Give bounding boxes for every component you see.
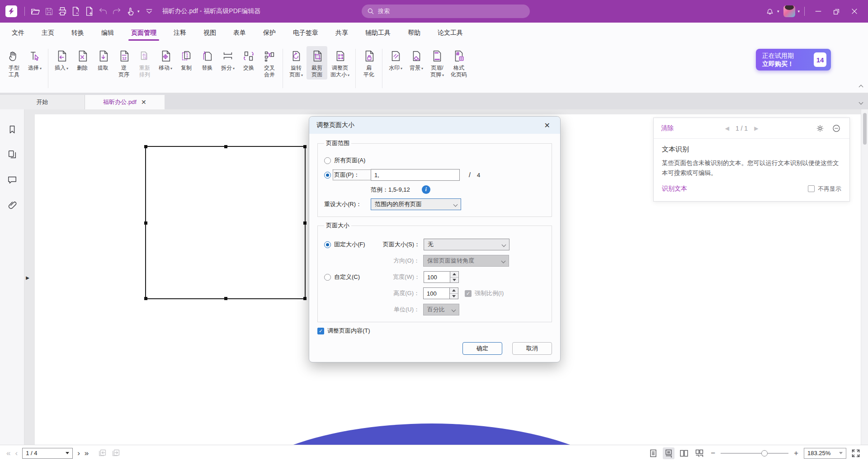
open-folder-icon[interactable]: [28, 5, 42, 18]
ribbon-button-background[interactable]: 背景▾: [406, 46, 427, 73]
menu-item-home[interactable]: 主页: [41, 26, 55, 40]
ribbon-button-reverse-order[interactable]: 12逆 页序: [113, 46, 134, 80]
menu-item-page-management[interactable]: 页面管理: [130, 26, 157, 40]
facing-view-icon[interactable]: [678, 447, 690, 459]
info-icon[interactable]: i: [422, 185, 430, 194]
avatar[interactable]: [783, 5, 795, 17]
print-icon[interactable]: [56, 5, 69, 18]
ribbon-button-watermark[interactable]: 水印▾: [385, 46, 406, 73]
all-pages-radio[interactable]: [324, 157, 331, 164]
custom-size-label[interactable]: 自定义(C): [334, 273, 377, 281]
menu-item-paper-tools[interactable]: 论文工具: [437, 26, 464, 40]
tab-start[interactable]: 开始: [0, 95, 85, 109]
ribbon-button-select[interactable]: 选择▾: [24, 46, 45, 73]
ribbon-button-replace[interactable]: 替换: [197, 46, 217, 73]
comments-icon[interactable]: [6, 174, 19, 186]
all-pages-label[interactable]: 所有页面(A): [334, 156, 365, 165]
continuous-view-icon[interactable]: [663, 447, 675, 459]
crop-handle[interactable]: [303, 145, 307, 148]
avatar-caret-icon[interactable]: ▾: [797, 9, 800, 14]
menu-item-esign[interactable]: 电子签章: [292, 26, 319, 40]
tab-document[interactable]: 福昕办公.pdf ✕: [85, 95, 165, 109]
zoom-level-combo[interactable]: 183.25%: [804, 448, 846, 459]
zoom-slider[interactable]: [721, 450, 788, 456]
prev-page-icon[interactable]: ‹: [15, 449, 18, 457]
last-page-icon[interactable]: »: [85, 449, 89, 457]
recognize-text-link[interactable]: 识别文本: [662, 185, 687, 193]
page-thumbnails-icon[interactable]: [6, 148, 19, 161]
ribbon-button-crop-pages[interactable]: 裁剪 页面: [307, 46, 327, 80]
menu-item-view[interactable]: 视图: [203, 26, 217, 40]
menu-item-convert[interactable]: 转换: [71, 26, 85, 40]
next-page-icon[interactable]: ›: [77, 449, 80, 457]
insert-page-icon[interactable]: [83, 5, 96, 18]
delete-page-icon[interactable]: [69, 5, 83, 18]
custom-size-radio[interactable]: [324, 274, 331, 281]
continuous-facing-view-icon[interactable]: [693, 447, 705, 459]
ribbon-button-header-footer[interactable]: 页眉/ 页脚▾: [427, 46, 448, 80]
trial-purchase-badge[interactable]: 正在试用期 立即购买！ 14: [756, 49, 831, 71]
zoom-in-icon[interactable]: +: [792, 449, 800, 458]
gear-icon[interactable]: [814, 122, 826, 134]
crop-handle[interactable]: [144, 221, 147, 225]
restore-button[interactable]: [827, 4, 845, 19]
menu-item-file[interactable]: 文件: [11, 26, 25, 40]
crop-handle[interactable]: [144, 145, 147, 148]
search-input[interactable]: 搜索: [362, 5, 530, 18]
ok-button[interactable]: 确定: [462, 342, 502, 355]
menu-item-accessibility[interactable]: 辅助工具: [364, 26, 392, 40]
spin-up-icon[interactable]: [450, 288, 458, 294]
next-view-icon[interactable]: [111, 447, 121, 459]
next-page-icon[interactable]: ▶: [754, 125, 758, 132]
pages-input[interactable]: 1,: [371, 169, 460, 181]
hand-tool-caret-icon[interactable]: ▾: [137, 9, 140, 14]
fit-screen-icon[interactable]: [850, 447, 862, 459]
crop-handle[interactable]: [224, 297, 227, 300]
ribbon-button-duplicate[interactable]: 复制: [176, 46, 197, 73]
ribbon-button-delete[interactable]: 删除: [72, 46, 93, 73]
single-page-view-icon[interactable]: [647, 447, 659, 459]
expand-panel-icon[interactable]: ▶: [24, 271, 31, 284]
crop-handle[interactable]: [303, 297, 307, 300]
width-stepper[interactable]: 100: [424, 271, 459, 283]
ribbon-button-format-page-numbers[interactable]: 格式 化页码: [448, 46, 470, 80]
customize-toolbar-icon[interactable]: [142, 5, 156, 18]
fixed-size-radio[interactable]: [324, 241, 331, 248]
menu-item-share[interactable]: 共享: [335, 26, 349, 40]
undo-icon[interactable]: [96, 5, 110, 18]
height-stepper[interactable]: 100: [423, 287, 458, 299]
resize-scope-select[interactable]: 范围内的所有页面: [371, 198, 461, 210]
hand-pointer-icon[interactable]: [123, 5, 137, 18]
page-size-select[interactable]: 无: [424, 239, 509, 250]
menu-item-help[interactable]: 帮助: [407, 26, 421, 40]
prev-page-icon[interactable]: ◀: [725, 125, 729, 132]
spin-down-icon[interactable]: [450, 278, 458, 283]
vertical-scrollbar[interactable]: [861, 109, 868, 445]
scrollbar-thumb[interactable]: [863, 113, 867, 145]
attachments-icon[interactable]: [6, 199, 19, 212]
ribbon-button-move[interactable]: 移动▾: [155, 46, 176, 73]
fixed-size-label[interactable]: 固定大小(F): [334, 240, 377, 249]
ribbon-button-hand-tool[interactable]: 手型 工具: [4, 46, 24, 80]
menu-item-edit[interactable]: 编辑: [100, 26, 115, 40]
bell-caret-icon[interactable]: ▾: [777, 9, 779, 14]
menu-item-comment[interactable]: 注释: [173, 26, 187, 40]
bell-icon[interactable]: [763, 5, 777, 18]
ribbon-button-flatten[interactable]: 扁 平化: [359, 46, 379, 80]
crop-handle[interactable]: [144, 297, 147, 300]
redo-icon[interactable]: [110, 5, 123, 18]
crop-handle[interactable]: [224, 145, 227, 148]
zoom-slider-knob[interactable]: [761, 450, 768, 456]
ribbon-button-swap[interactable]: 交换: [238, 46, 259, 73]
dialog-close-icon[interactable]: ✕: [542, 120, 553, 131]
first-page-icon[interactable]: «: [6, 449, 10, 457]
page-number-combo[interactable]: 1 / 4: [22, 448, 73, 459]
close-button[interactable]: [845, 4, 863, 19]
save-icon[interactable]: [42, 5, 56, 18]
menu-item-protect[interactable]: 保护: [262, 26, 277, 40]
crop-selection-rect[interactable]: [145, 146, 306, 299]
pages-radio[interactable]: [324, 172, 331, 179]
spin-up-icon[interactable]: [450, 272, 458, 278]
cancel-button[interactable]: 取消: [512, 342, 552, 355]
minimize-button[interactable]: [809, 4, 827, 19]
